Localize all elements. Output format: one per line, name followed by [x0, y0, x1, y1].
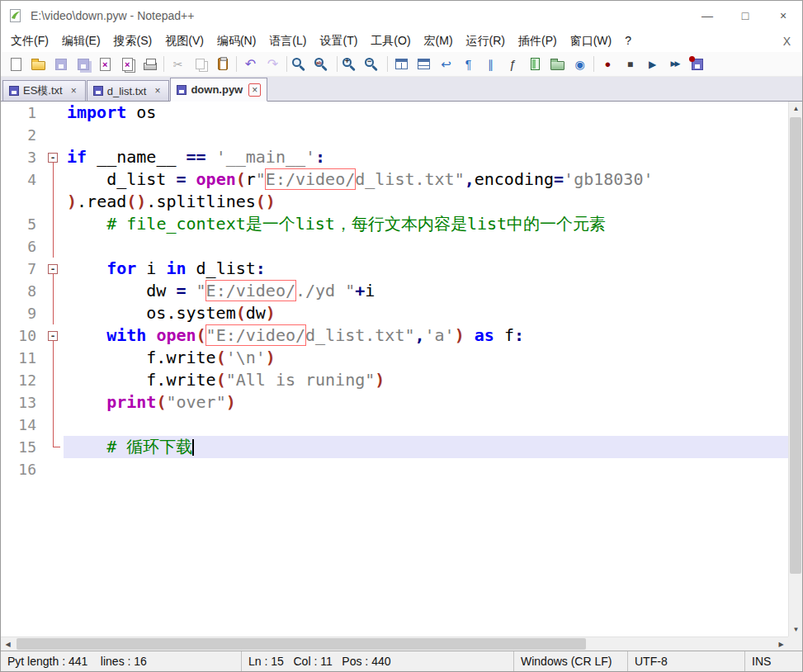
macro-stop-button[interactable]: ■: [619, 54, 641, 74]
code-line[interactable]: os.system(dw): [64, 302, 788, 324]
fold-margin[interactable]: [44, 391, 64, 414]
macro-run-multiple-button[interactable]: ▶▶: [664, 54, 686, 74]
maximize-button[interactable]: □: [726, 1, 764, 31]
fold-margin[interactable]: -: [44, 324, 64, 347]
code-line[interactable]: print("over"): [64, 391, 788, 414]
zoom-in-button[interactable]: [340, 54, 362, 74]
macro-save-button[interactable]: [686, 54, 708, 74]
save-file-button[interactable]: [50, 54, 72, 74]
macro-play-button[interactable]: ▶: [641, 54, 664, 74]
line-number-margin[interactable]: 5: [1, 213, 44, 235]
status-section-3[interactable]: UTF-8: [627, 651, 744, 671]
vertical-scroll-track[interactable]: [789, 116, 802, 622]
menu-item-4[interactable]: 编码(N): [210, 31, 262, 51]
menu-item-8[interactable]: 宏(M): [418, 31, 460, 51]
scroll-right-icon[interactable]: ▶: [774, 637, 788, 651]
code-line[interactable]: ).read().splitlines(): [64, 191, 788, 213]
zoom-out-button[interactable]: [362, 54, 385, 74]
line-number-margin[interactable]: 4: [1, 168, 44, 191]
status-section-2[interactable]: Windows (CR LF): [513, 651, 627, 671]
code-line[interactable]: [64, 458, 788, 480]
code-line[interactable]: f.write('\n'): [64, 347, 788, 369]
tab-2[interactable]: down.pyw×: [170, 78, 267, 102]
replace-button[interactable]: [312, 54, 334, 74]
menu-item-5[interactable]: 语言(L): [262, 31, 313, 51]
line-number-margin[interactable]: 10: [1, 324, 44, 347]
fold-margin[interactable]: [44, 235, 64, 258]
line-number-margin[interactable]: 12: [1, 369, 44, 391]
title-bar[interactable]: E:\video\down.pyw - Notepad++ — □ ×: [1, 1, 802, 31]
document-monitor-button[interactable]: ◉: [569, 54, 591, 74]
menu-item-10[interactable]: 插件(P): [512, 31, 564, 51]
line-number-margin[interactable]: 8: [1, 280, 44, 302]
horizontal-scroll-track[interactable]: [15, 637, 774, 651]
menu-item-6[interactable]: 设置(T): [313, 31, 364, 51]
code-line[interactable]: d_list = open(r"E:/video/d_list.txt",enc…: [64, 168, 788, 191]
menu-item-2[interactable]: 搜索(S): [107, 31, 159, 51]
code-line[interactable]: [64, 235, 788, 258]
line-number-margin[interactable]: 1: [1, 102, 44, 124]
code-line[interactable]: with open("E:/video/d_list.txt",'a') as …: [64, 324, 788, 347]
code-line[interactable]: dw = "E:/video/./yd "+i: [64, 280, 788, 302]
code-line[interactable]: [64, 124, 788, 146]
scroll-up-icon[interactable]: ▲: [789, 102, 803, 116]
redo-button[interactable]: ↷: [262, 54, 284, 74]
line-number-margin[interactable]: 6: [1, 235, 44, 258]
word-wrap-button[interactable]: ↩: [435, 54, 457, 74]
close-all-button[interactable]: [116, 54, 139, 74]
sync-vertical-scrolling-button[interactable]: [390, 54, 413, 74]
fold-margin[interactable]: -: [44, 258, 64, 280]
new-file-button[interactable]: [5, 54, 27, 74]
show-all-characters-button[interactable]: ¶: [457, 54, 479, 74]
document-map-button[interactable]: [524, 54, 546, 74]
menu-item-12[interactable]: ?: [618, 31, 638, 51]
fold-margin[interactable]: -: [44, 146, 64, 168]
line-number-margin[interactable]: [1, 191, 44, 213]
fold-margin[interactable]: [44, 458, 64, 480]
line-number-margin[interactable]: 13: [1, 391, 44, 414]
fold-margin[interactable]: [44, 436, 64, 458]
line-number-margin[interactable]: 7: [1, 258, 44, 280]
print-button[interactable]: [139, 54, 161, 74]
code-line[interactable]: [64, 414, 788, 436]
fold-margin[interactable]: [44, 280, 64, 302]
code-line[interactable]: # 循环下载: [64, 436, 788, 458]
code-line[interactable]: f.write("All is runing"): [64, 369, 788, 391]
vertical-scrollbar[interactable]: ▲ ▼: [788, 102, 802, 637]
tab-1[interactable]: d_list.txt×: [87, 80, 170, 101]
menu-close-x[interactable]: X: [772, 35, 802, 48]
vertical-scroll-thumb[interactable]: [790, 117, 801, 574]
menu-item-1[interactable]: 编辑(E): [55, 31, 107, 51]
cut-button[interactable]: ✂: [167, 54, 189, 74]
tab-0[interactable]: ES模.txt×: [2, 80, 86, 101]
line-number-margin[interactable]: 15: [1, 436, 44, 458]
menu-item-9[interactable]: 运行(R): [460, 31, 512, 51]
editor[interactable]: 1import os23-if __name__ == '__main__':4…: [1, 102, 788, 637]
code-line[interactable]: # file_context是一个list，每行文本内容是list中的一个元素: [64, 213, 788, 235]
fold-margin[interactable]: [44, 347, 64, 369]
status-section-1[interactable]: Ln : 15 Col : 11 Pos : 440: [241, 651, 513, 671]
paste-button[interactable]: [211, 54, 234, 74]
tab-close-icon[interactable]: ×: [68, 85, 79, 97]
open-file-button[interactable]: [27, 54, 50, 74]
function-list-button[interactable]: ƒ: [502, 54, 524, 74]
close-file-button[interactable]: [94, 54, 116, 74]
line-number-margin[interactable]: 9: [1, 302, 44, 324]
line-number-margin[interactable]: 11: [1, 347, 44, 369]
tab-close-icon[interactable]: ×: [152, 85, 163, 97]
fold-margin[interactable]: [44, 213, 64, 235]
notepadpp-logo-icon[interactable]: [7, 7, 24, 24]
sync-horizontal-scrolling-button[interactable]: [413, 54, 435, 74]
line-number-margin[interactable]: 16: [1, 458, 44, 480]
tab-close-icon[interactable]: ×: [248, 83, 261, 97]
close-button[interactable]: ×: [764, 1, 802, 31]
save-all-button[interactable]: [72, 54, 94, 74]
menu-item-0[interactable]: 文件(F): [4, 31, 55, 51]
line-number-margin[interactable]: 3: [1, 146, 44, 168]
scroll-left-icon[interactable]: ◀: [1, 637, 15, 651]
horizontal-scrollbar[interactable]: ◀ ▶: [1, 637, 788, 651]
fold-margin[interactable]: [44, 168, 64, 191]
fold-margin[interactable]: [44, 302, 64, 324]
fold-margin[interactable]: [44, 102, 64, 124]
horizontal-scroll-thumb[interactable]: [17, 638, 586, 650]
